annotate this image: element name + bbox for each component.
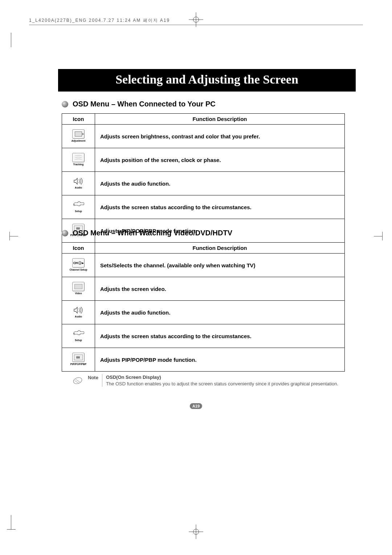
table-row: PIP/POP/PBP Adjusts PIP/POP/PBP mode fun… [62,348,345,372]
adjustment-icon [72,129,85,139]
pointing-hand-icon [73,329,84,338]
desc-cell: Adjusts the screen video. [95,277,345,301]
table-row: Tracking Adjusts position of the screen,… [62,148,345,172]
icon-cell-audio: Audio [62,172,95,195]
print-meta-header: 1_L4200A(227B)_ENG 2004.7.27 11:24 AM 페이… [29,17,170,24]
manual-page: 1_L4200A(227B)_ENG 2004.7.27 11:24 AM 페이… [0,0,392,555]
section-osd-video: OSD Menu – When Watching Video/DVD/HDTV … [62,229,345,372]
note-text: The OSD function enables you to adjust t… [106,381,338,386]
icon-label: Audio [73,315,84,318]
note-block: Note OSD(On Screen Display) The OSD func… [73,374,345,387]
crop-corner-top-left [11,33,26,47]
page-number-badge: A19 [190,403,202,409]
desc-cell: Adjusts the audio function. [95,172,345,195]
crop-corner-bottom-left [11,515,26,530]
desc-cell: Adjusts screen brightness, contrast and … [95,125,345,148]
icon-label: Audio [73,186,84,189]
col-icon-header: Icon [62,243,95,254]
icon-cell-video: Video [62,277,95,301]
crop-tick-left [9,236,18,236]
icon-cell-audio: Audio [62,301,95,324]
col-desc-header: Function Description [95,114,345,125]
table-row: Audio Adjusts the audio function. [62,301,345,324]
desc-cell: Adjusts the screen status according to t… [95,195,345,219]
col-desc-header: Function Description [95,243,345,254]
desc-cell: Adjusts the screen status according to t… [95,324,345,348]
table-row: Adjustment Adjusts screen brightness, co… [62,125,345,148]
note-label: Note [88,374,98,380]
icon-cell-tracking: Tracking [62,148,95,172]
note-title: OSD(On Screen Display) [106,374,161,380]
bullet-icon [62,230,68,236]
section-heading: OSD Menu – When Connected to Your PC [62,100,345,108]
icon-label: Adjustment [72,139,86,142]
table-row: CH▸ Channel Setup Sets/Selects the chann… [62,254,345,277]
icon-cell-setup: Setup [62,195,95,219]
table-row: Setup Adjusts the screen status accordin… [62,324,345,348]
desc-cell: Adjusts PIP/POP/PBP mode function. [95,348,345,372]
pointing-hand-icon [73,200,84,209]
icon-cell-adjustment: Adjustment [62,125,95,148]
registration-mark-top [191,15,201,25]
channel-icon: CH▸ [72,258,85,268]
icon-cell-channel: CH▸ Channel Setup [62,254,95,277]
icon-cell-pip: PIP/POP/PBP [62,348,95,372]
note-body: OSD(On Screen Display) The OSD function … [102,374,345,387]
section-heading-text: OSD Menu – When Connected to Your PC [73,100,216,108]
table-header-row: Icon Function Description [62,243,345,254]
icon-label: Tracking [72,163,85,166]
speaker-icon [73,177,84,186]
icon-cell-setup: Setup [62,324,95,348]
desc-cell: Adjusts position of the screen, clock or… [95,148,345,172]
registration-mark-bottom [191,527,201,537]
col-icon-header: Icon [62,114,95,125]
page-title: Selecting and Adjusting the Screen [58,69,356,92]
tracking-icon [72,153,85,162]
section-osd-pc: OSD Menu – When Connected to Your PC Ico… [62,100,345,243]
video-icon [72,282,85,291]
desc-cell: Adjusts the audio function. [95,301,345,324]
icon-label: PIP/POP/PBP [70,363,86,365]
icon-label: Setup [73,210,84,212]
bullet-icon [62,101,68,108]
table-row: Video Adjusts the screen video. [62,277,345,301]
table-row: Audio Adjusts the audio function. [62,172,345,195]
osd-table-video: Icon Function Description CH▸ Channel Se… [62,242,345,372]
table-row: Setup Adjusts the screen status accordin… [62,195,345,219]
table-header-row: Icon Function Description [62,114,345,125]
icon-label: Channel Setup [69,268,87,271]
remote-icon [73,374,86,386]
osd-table-pc: Icon Function Description Adjustment Adj… [62,113,345,243]
speaker-icon [73,306,84,315]
pip-icon [72,353,85,362]
desc-cell: Sets/Selects the channel. (available onl… [95,254,345,277]
icon-label: Setup [73,339,84,341]
section-heading-text: OSD Menu – When Watching Video/DVD/HDTV [73,229,232,237]
icon-label: Video [72,292,85,295]
section-heading: OSD Menu – When Watching Video/DVD/HDTV [62,229,345,237]
crop-tick-right [374,236,383,236]
